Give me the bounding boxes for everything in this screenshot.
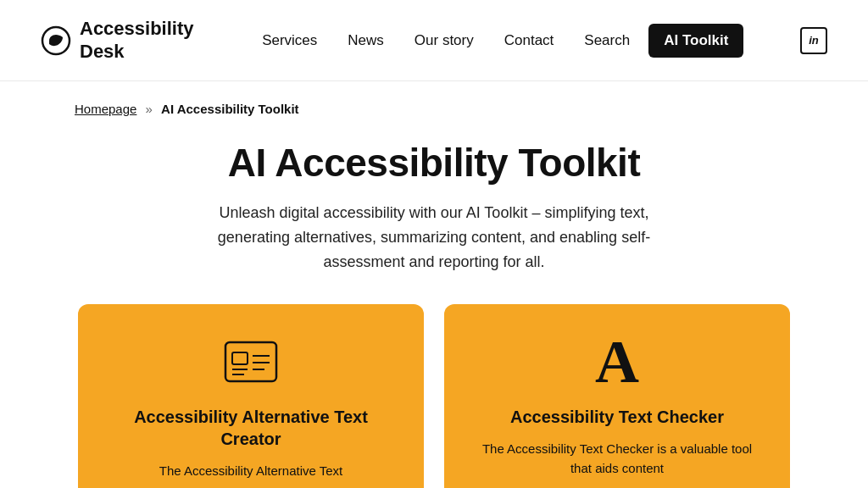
logo-link[interactable]: Accessibility Desk [41,18,194,63]
page-title: AI Accessibility Toolkit [41,140,827,186]
breadcrumb: Homepage » AI Accessibility Toolkit [75,102,827,116]
main-nav: Services News Our story Contact Search A… [250,24,743,58]
breadcrumb-separator: » [146,102,153,116]
logo-line1: Accessibility [80,18,194,39]
breadcrumb-current: AI Accessibility Toolkit [161,102,299,116]
nav-search[interactable]: Search [572,25,642,56]
card-text-checker: A Accessibility Text Checker The Accessi… [444,304,790,488]
nav-news[interactable]: News [336,25,396,56]
card-1-description: The Accessibility Alternative Text [105,462,397,481]
letter-a-icon: A [595,331,639,392]
nav-contact[interactable]: Contact [492,25,566,56]
nav-ai-toolkit[interactable]: AI Toolkit [648,24,743,58]
nav-our-story[interactable]: Our story [403,25,486,56]
breadcrumb-home-link[interactable]: Homepage [75,102,136,116]
logo-line2: Desk [80,41,125,62]
logo-text: Accessibility Desk [80,18,194,63]
main-content: AI Accessibility Toolkit Unleash digital… [0,123,868,488]
cards-row: Accessibility Alternative Text Creator T… [41,304,827,488]
card-1-title: Accessibility Alternative Text Creator [105,406,397,450]
text-checker-icon: A [471,335,763,389]
card-2-title: Accessibility Text Checker [471,406,763,428]
breadcrumb-area: Homepage » AI Accessibility Toolkit [0,81,868,123]
logo-icon [41,25,71,56]
card-alt-text-creator: Accessibility Alternative Text Creator T… [78,304,424,488]
header-right: in [800,27,827,54]
nav-services[interactable]: Services [250,25,329,56]
linkedin-link[interactable]: in [800,27,827,54]
alt-text-icon [105,335,397,389]
card-2-description: The Accessibility Text Checker is a valu… [471,440,763,478]
site-header: Accessibility Desk Services News Our sto… [0,0,868,81]
id-card-icon [224,339,278,385]
svg-rect-2 [232,352,248,364]
page-subtitle: Unleash digital accessibility with our A… [205,201,663,274]
